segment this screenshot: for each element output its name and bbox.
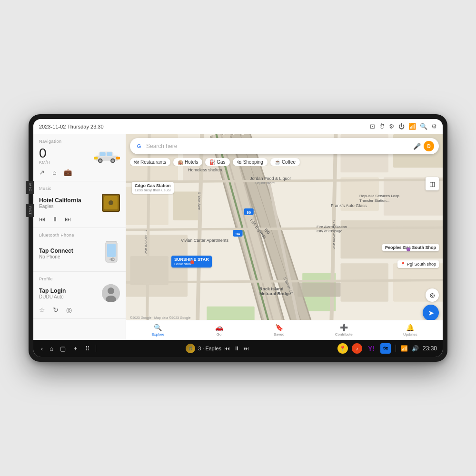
map-search-bar[interactable]: G Search here 🎤 D	[130, 138, 439, 154]
back-button[interactable]: ‹	[39, 344, 45, 353]
go-icon: 🚗	[215, 324, 223, 331]
search-placeholder[interactable]: Search here	[146, 143, 410, 149]
svg-rect-33	[341, 220, 443, 258]
mic-search-icon[interactable]: 🎤	[413, 143, 421, 150]
gas-icon: ⛽	[209, 159, 215, 165]
location-app-icon[interactable]: 📍	[337, 343, 348, 354]
rst-button[interactable]: RST	[26, 204, 34, 217]
svg-rect-34	[341, 263, 388, 301]
filter-hotels[interactable]: 🏨 Hotels	[173, 158, 202, 166]
music-artist: Eagles	[39, 204, 81, 209]
bluetooth-section: Bluetooth Phone Tap Connect No Phone	[33, 228, 126, 272]
pin-peoples	[407, 248, 410, 251]
music-app-icon[interactable]: ♪	[352, 343, 362, 354]
search-icon[interactable]: 🔍	[420, 123, 427, 130]
user-avatar[interactable]	[102, 284, 120, 302]
yahoo-app-icon[interactable]: Y!	[366, 343, 377, 354]
pin-sunshine	[190, 260, 194, 264]
favorite-icon[interactable]: ☆	[39, 306, 45, 314]
profile-name: Tap Login	[39, 288, 66, 294]
maps-app-icon[interactable]: 🗺	[380, 343, 391, 354]
navigate-arrow-icon[interactable]: ↗	[39, 169, 45, 176]
sys-volume-icon[interactable]: 🔊	[412, 345, 419, 352]
profile-settings-icon[interactable]: ◎	[66, 306, 72, 314]
sidebar: Navigation 0 KM/H	[33, 134, 126, 340]
filter-gas[interactable]: ⛽ Gas	[205, 158, 229, 166]
compass-button[interactable]: ◎	[426, 288, 439, 302]
next-track-button[interactable]: ⏭	[65, 216, 71, 223]
go-tab[interactable]: 🚗 Go	[215, 324, 223, 337]
user-profile-avatar[interactable]: D	[424, 141, 434, 151]
add-button[interactable]: ＋	[70, 343, 80, 354]
side-buttons: MIC RST	[26, 181, 34, 217]
music-title: Hotel California	[39, 197, 81, 204]
filter-coffee[interactable]: ☕ Coffee	[270, 158, 300, 166]
place-vivian: Vivian Carter Apartments	[181, 238, 228, 243]
place-republic: Republic Services Loop Transfer Station.…	[359, 194, 407, 204]
filter-shopping[interactable]: 🛍 Shopping	[233, 158, 268, 166]
album-art	[102, 194, 120, 212]
place-pgl[interactable]: 📍 Pgl South shop	[397, 260, 439, 268]
grid-button[interactable]: ⠿	[83, 344, 92, 353]
hotels-icon: 🏨	[178, 159, 183, 165]
profile-subtitle: DUDU Auto	[39, 294, 66, 299]
bt-subtitle: No Phone	[39, 254, 73, 259]
place-peoples[interactable]: Peoples Gas South Shop	[382, 244, 439, 251]
mic-button[interactable]: MIC	[26, 181, 34, 194]
sys-time-display: 23:30	[423, 345, 437, 352]
svg-rect-15	[107, 244, 116, 257]
sys-prev-button[interactable]: ⏮	[224, 345, 230, 352]
sys-playback-controls: ⏮ ⏸ ⏭	[224, 345, 249, 352]
contribute-tab[interactable]: ➕ Contribute	[335, 324, 353, 337]
nav-controls: ↗ ⌂ 💼	[39, 169, 120, 176]
clock-icon[interactable]: ⏱	[379, 123, 385, 130]
home-nav-icon[interactable]: ⌂	[52, 169, 56, 176]
sys-pause-button[interactable]: ⏸	[234, 345, 239, 352]
datetime-display: 2023-11-02 Thursday 23:30	[39, 124, 104, 129]
sys-next-button[interactable]: ⏭	[243, 345, 249, 352]
svg-rect-8	[94, 157, 98, 159]
recents-button[interactable]: ▢	[58, 344, 68, 353]
nav-label: Navigation	[39, 139, 120, 144]
filter-bar: 🍽 Restaurants 🏨 Hotels ⛽ Gas 🛍 Shopping	[130, 158, 439, 166]
explore-tab[interactable]: 🔍 Explore	[151, 324, 164, 337]
bt-label: Bluetooth Phone	[39, 233, 120, 238]
place-citgo[interactable]: Citgo Gas Station Less busy than usual	[132, 182, 174, 194]
speed-value: 0	[39, 147, 47, 160]
svg-text:S Yale Ave: S Yale Ave	[197, 192, 201, 210]
speed-unit: KM/H	[39, 160, 50, 165]
map-layers-button[interactable]: ◫	[426, 177, 439, 190]
work-nav-icon[interactable]: 💼	[64, 169, 72, 176]
svg-rect-28	[130, 256, 169, 285]
svg-rect-44	[298, 282, 340, 297]
wifi-icon[interactable]: 📶	[408, 123, 416, 130]
home-button[interactable]: ⌂	[48, 344, 55, 353]
steering-icon[interactable]: ⚙	[389, 123, 395, 130]
top-bar-icons: ⊡ ⏱ ⚙ ⏻ 📶 🔍 ⚙	[370, 123, 437, 130]
filter-restaurants[interactable]: 🍽 Restaurants	[130, 158, 170, 166]
sys-wifi-icon: 📶	[401, 345, 408, 352]
map-copyright: ©2023 Google · Map data ©2023 Google	[130, 316, 190, 319]
screen-cast-icon[interactable]: ⊡	[370, 123, 375, 130]
map-bottom-nav: 🔍 Explore 🚗 Go 🔖 Saved ➕ Contribute	[126, 320, 443, 340]
profile-label: Profile	[39, 277, 120, 281]
explore-label: Explore	[151, 332, 164, 337]
music-section: Music Hotel California Eagles	[33, 181, 126, 228]
navigate-button[interactable]: ➤	[423, 305, 439, 321]
navigation-section: Navigation 0 KM/H	[33, 134, 126, 181]
contribute-icon: ➕	[340, 324, 348, 331]
updates-tab[interactable]: 🔔 Updates	[403, 324, 417, 337]
saved-icon: 🔖	[275, 324, 283, 331]
prev-track-button[interactable]: ⏮	[39, 216, 45, 223]
settings-icon[interactable]: ⚙	[431, 123, 437, 130]
map-area[interactable]: H	[126, 134, 443, 340]
explore-icon: 🔍	[154, 324, 162, 331]
place-rock-island: Rock IslandMetraral Bridge	[259, 287, 291, 296]
pause-button[interactable]: ⏸	[52, 216, 58, 223]
sys-track-label: 3 · Eagles	[198, 346, 221, 351]
power-icon[interactable]: ⏻	[398, 123, 405, 130]
saved-tab[interactable]: 🔖 Saved	[274, 324, 285, 337]
sys-album-art: 🎵	[186, 344, 195, 353]
refresh-icon[interactable]: ↻	[53, 306, 59, 314]
svg-rect-3	[107, 152, 112, 156]
